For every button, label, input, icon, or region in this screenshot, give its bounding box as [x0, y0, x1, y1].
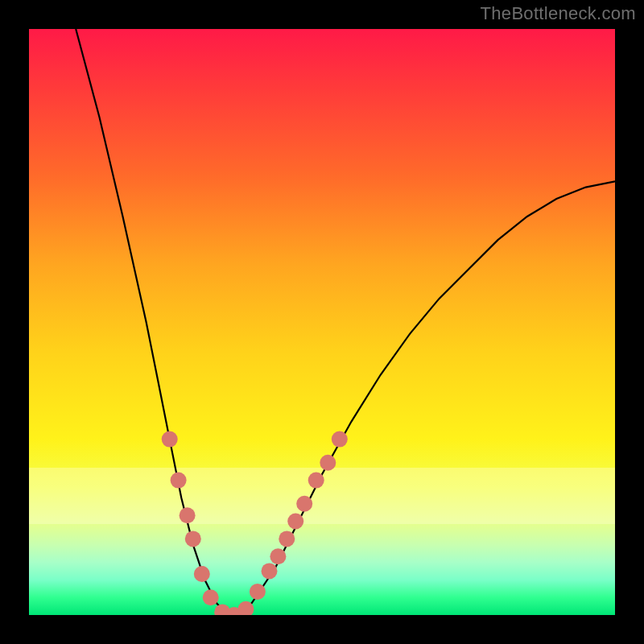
data-marker: [320, 455, 336, 471]
data-marker: [250, 584, 266, 600]
chart-container: TheBottleneck.com: [0, 0, 644, 644]
data-marker: [287, 514, 303, 530]
curve-path: [76, 29, 615, 615]
data-marker: [194, 566, 210, 582]
data-marker: [296, 496, 312, 512]
data-marker: [332, 431, 348, 448]
data-marker: [279, 530, 295, 547]
data-marker: [203, 589, 219, 605]
data-marker: [262, 563, 278, 579]
data-marker: [185, 530, 201, 547]
watermark-text: TheBottleneck.com: [481, 3, 636, 24]
bottleneck-curve: [76, 29, 615, 615]
data-markers: [162, 431, 348, 615]
data-marker: [171, 473, 187, 489]
data-marker: [308, 473, 324, 489]
curve-svg: [29, 29, 615, 615]
data-marker: [270, 548, 286, 564]
data-marker: [180, 507, 196, 523]
plot-area: [29, 29, 615, 615]
data-marker: [162, 431, 178, 448]
